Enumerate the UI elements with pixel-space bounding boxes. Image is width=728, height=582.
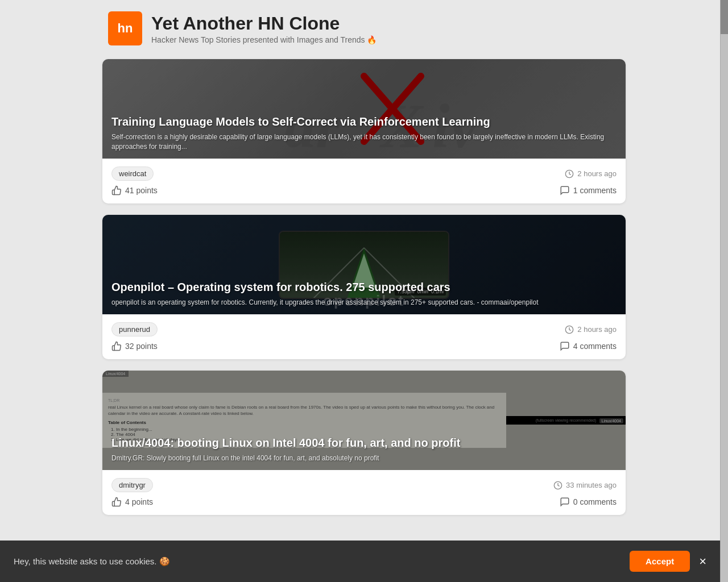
points-text-1: 41 points [125, 186, 158, 195]
card-meta-top-1: weirdcat 2 hours ago [111, 167, 617, 181]
time-text-2: 2 hours ago [577, 325, 617, 334]
comments-text-1: 1 comments [573, 186, 617, 195]
page-wrapper: hn Yet Another HN Clone Hacker News Top … [102, 0, 626, 549]
card-meta-top-3: dmitrygr 33 minutes ago [111, 478, 617, 492]
cookie-banner: Hey, this website asks to use cookies. 🍪… [0, 541, 720, 582]
points-info-1: 41 points [111, 185, 158, 196]
card-excerpt-1: Self-correction is a highly desirable ca… [111, 132, 617, 152]
card-overlay-1: Training Language Models to Self-Correct… [102, 59, 626, 159]
comments-text-2: 4 comments [573, 342, 617, 351]
card-image-2: 7:53pm 0min 0.1mi openpilot Openpilot – … [102, 215, 626, 314]
scrollbar-thumb[interactable] [721, 0, 728, 34]
comments-text-3: 0 comments [573, 497, 617, 506]
card-excerpt-2: openpilot is an operating system for rob… [111, 298, 617, 307]
username-3[interactable]: dmitrygr [111, 478, 153, 492]
thumb-icon-2 [111, 341, 122, 351]
site-title: Yet Another HN Clone [151, 13, 377, 34]
linux-background: TL;DR real Linux kernel on a real board … [102, 371, 626, 470]
chat-icon-2 [560, 341, 570, 351]
logo-box: hn [108, 11, 142, 45]
card-title-2: Openpilot – Operating system for robotic… [111, 280, 617, 294]
comments-info-1: 1 comments [560, 185, 617, 196]
clock-icon-1 [565, 169, 574, 178]
card-overlay-2: Openpilot – Operating system for robotic… [102, 215, 626, 314]
points-info-2: 32 points [111, 341, 158, 351]
card-image-3: TL;DR real Linux kernel on a real board … [102, 371, 626, 470]
chat-icon-3 [560, 497, 570, 507]
time-info-1: 2 hours ago [565, 169, 617, 178]
time-info-3: 33 minutes ago [553, 481, 617, 490]
card-footer-3: dmitrygr 33 minutes ago 4 points [102, 470, 626, 515]
accept-cookies-button[interactable]: Accept [630, 551, 690, 572]
card-meta-bottom-2: 32 points 4 comments [111, 341, 617, 351]
cookie-message: Hey, this website asks to use cookies. 🍪 [14, 556, 170, 567]
story-card-2[interactable]: 7:53pm 0min 0.1mi openpilot Openpilot – … [102, 215, 626, 359]
thumb-icon-1 [111, 185, 122, 196]
card-excerpt-3: Dmitry.GR: Slowly booting full Linux on … [111, 454, 617, 463]
scrollbar[interactable] [720, 0, 728, 582]
card-title-1: Training Language Models to Self-Correct… [111, 114, 617, 129]
arxiv-background: ar X iv Training Language Models to Self… [102, 59, 626, 159]
openpilot-background: 7:53pm 0min 0.1mi openpilot Openpilot – … [102, 215, 626, 314]
comments-info-3: 0 comments [560, 497, 617, 507]
card-meta-bottom-1: 41 points 1 comments [111, 185, 617, 196]
thumb-icon-3 [111, 497, 122, 507]
card-meta-bottom-3: 4 points 0 comments [111, 497, 617, 507]
card-footer-2: punnerud 2 hours ago 32 points [102, 314, 626, 359]
header-text: Yet Another HN Clone Hacker News Top Sto… [151, 13, 377, 44]
clock-icon-2 [565, 325, 574, 334]
chat-icon-1 [560, 185, 570, 196]
logo-text: hn [118, 21, 133, 36]
card-image-1: ar X iv Training Language Models to Self… [102, 59, 626, 159]
comments-info-2: 4 comments [560, 341, 617, 351]
card-title-3: Linux/4004: booting Linux on Intel 4004 … [111, 435, 617, 450]
time-text-3: 33 minutes ago [566, 481, 617, 489]
card-footer-1: weirdcat 2 hours ago 41 points [102, 159, 626, 203]
username-1[interactable]: weirdcat [111, 167, 154, 181]
site-subtitle: Hacker News Top Stories presented with I… [151, 35, 377, 44]
story-card-3[interactable]: TL;DR real Linux kernel on a real board … [102, 371, 626, 515]
points-text-2: 32 points [125, 342, 158, 351]
username-2[interactable]: punnerud [111, 322, 158, 336]
story-card-1[interactable]: ar X iv Training Language Models to Self… [102, 59, 626, 203]
close-cookie-button[interactable]: × [699, 555, 706, 568]
points-text-3: 4 points [125, 497, 153, 506]
time-info-2: 2 hours ago [565, 325, 617, 334]
card-meta-top-2: punnerud 2 hours ago [111, 322, 617, 336]
header: hn Yet Another HN Clone Hacker News Top … [102, 11, 626, 45]
points-info-3: 4 points [111, 497, 153, 507]
time-text-1: 2 hours ago [577, 169, 617, 178]
clock-icon-3 [553, 481, 562, 490]
cookie-actions: Accept × [630, 551, 706, 572]
card-overlay-3: Linux/4004: booting Linux on Intel 4004 … [102, 371, 626, 470]
